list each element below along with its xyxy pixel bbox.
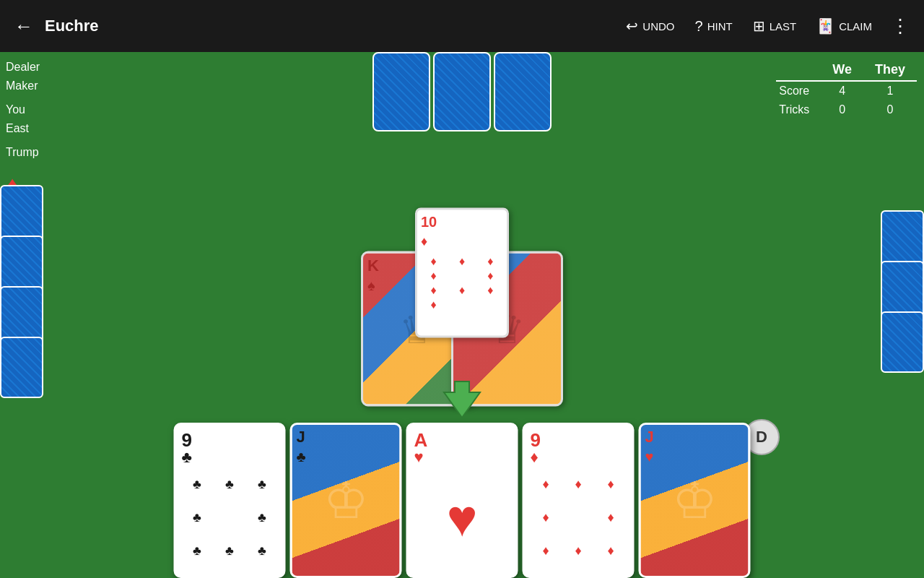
undo-icon: ↩ — [626, 17, 638, 35]
north-card-rank: 10 — [417, 210, 507, 234]
player-hand: 9 ♣ ♣♣♣ ♣♣ ♣♣♣ J ♣ ♔ A ♥ ♥ — [174, 423, 751, 578]
west-hand — [0, 185, 43, 387]
north-hand — [372, 52, 552, 131]
hint-label: HINT — [707, 20, 733, 33]
we-tricks: 0 — [821, 100, 863, 119]
dealer-label: Dealer — [6, 58, 40, 77]
hint-icon: ? — [695, 18, 703, 35]
undo-label: UNDO — [642, 20, 674, 33]
they-header: They — [863, 59, 917, 81]
trump-label: Trump — [6, 143, 40, 162]
claim-label: CLAIM — [839, 20, 872, 33]
hand-card-3[interactable]: A ♥ ♥ — [406, 423, 518, 578]
maker-label: Maker — [6, 77, 40, 95]
hand-card-1[interactable]: 9 ♣ ♣♣♣ ♣♣ ♣♣♣ — [174, 423, 286, 578]
hand-card-3-rank: A — [414, 431, 510, 449]
back-button[interactable]: ← — [9, 9, 39, 43]
score-label: Score — [776, 81, 821, 100]
trick-arrow — [440, 378, 484, 424]
hand-card-1-suit: ♣ — [182, 449, 278, 465]
north-played-card: 10 ♦ ♦ ♦ ♦ ♦ ♦ ♦ ♦ ♦ ♦ — [415, 208, 509, 338]
tricks-label: Tricks — [776, 100, 821, 119]
last-icon: ⊞ — [753, 17, 765, 35]
they-score: 1 — [863, 81, 917, 100]
north-card-suit: ♦ — [417, 234, 507, 249]
claim-button[interactable]: 🃏 CLAIM — [809, 13, 879, 39]
north-card-2 — [433, 52, 491, 131]
north-card-3 — [494, 52, 552, 131]
east-card-3 — [881, 311, 924, 373]
east-hand — [881, 210, 924, 362]
hand-card-4-suit: ♦ — [531, 449, 627, 465]
hand-card-4[interactable]: 9 ♦ ♦♦♦ ♦♦ ♦♦♦ — [523, 423, 635, 578]
you-east-label: YouEast — [6, 100, 40, 137]
north-card-1 — [372, 52, 430, 131]
svg-marker-0 — [444, 381, 480, 418]
game-area: Dealer Maker YouEast Trump ♦ We They Sco… — [0, 52, 924, 578]
hand-card-5[interactable]: J ♥ ♔ — [639, 423, 751, 578]
dealer-badge-label: D — [756, 428, 767, 447]
hand-card-1-rank: 9 — [182, 431, 278, 449]
hint-button[interactable]: ? HINT — [688, 14, 740, 39]
score-panel: We They Score 4 1 Tricks 0 0 — [776, 59, 917, 119]
last-label: LAST — [770, 20, 797, 33]
we-header: We — [821, 59, 863, 81]
west-card-4 — [0, 337, 43, 398]
info-panel: Dealer Maker YouEast Trump ♦ — [6, 58, 40, 207]
claim-icon: 🃏 — [816, 17, 834, 35]
top-bar: ← Euchre ↩ UNDO ? HINT ⊞ LAST 🃏 CLAIM ⋮ — [0, 0, 924, 52]
we-score: 4 — [821, 81, 863, 100]
they-tricks: 0 — [863, 100, 917, 119]
hand-card-4-rank: 9 — [531, 431, 627, 449]
more-button[interactable]: ⋮ — [885, 9, 915, 43]
center-play-area: 10 ♦ ♦ ♦ ♦ ♦ ♦ ♦ ♦ ♦ ♦ K ♠ ♛ — [346, 208, 578, 403]
hand-card-3-suit: ♥ — [414, 449, 510, 465]
last-button[interactable]: ⊞ LAST — [746, 13, 804, 39]
undo-button[interactable]: ↩ UNDO — [619, 13, 681, 39]
hand-card-2[interactable]: J ♣ ♔ — [290, 423, 402, 578]
app-title: Euchre — [45, 17, 613, 35]
